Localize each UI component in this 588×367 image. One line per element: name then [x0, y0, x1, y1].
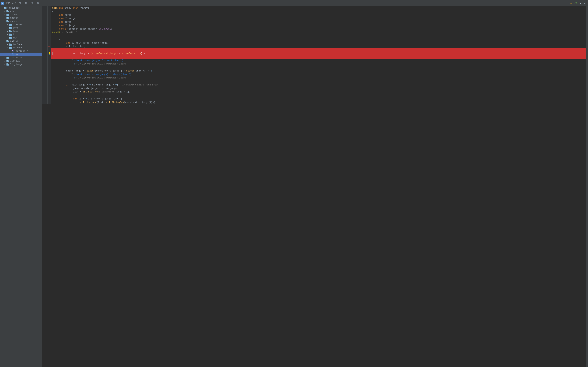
sidebar-item-lib[interactable]: ▸ lib — [0, 33, 42, 36]
line-text[interactable]: const jboolean const_javaw = JNI_FALSE; — [51, 27, 119, 31]
line-text[interactable]: { — [51, 38, 68, 41]
success-badge[interactable]: ✔ 6 — [575, 2, 578, 4]
project-selector[interactable]: P Proj... ▼ — [1, 2, 16, 5]
code-token: ; — [75, 62, 78, 66]
code-token: ) — [146, 69, 147, 73]
collapse-arrow: ▾ — [1, 7, 3, 9]
nav-down-button[interactable]: ▼ — [583, 1, 587, 5]
line-text[interactable]: list = JLI_List_new( capacity: jargc + 1… — [51, 90, 138, 94]
code-token: / — [122, 69, 126, 73]
line-text[interactable]: int i, main_jargc, extra_jargc; — [51, 41, 115, 45]
code-line: ? sizeof(const_extra_jargs) / sizeof(cha… — [42, 73, 588, 76]
svg-text:H: H — [12, 50, 13, 51]
sidebar-item-launcher[interactable]: ▾ launcher — [0, 46, 42, 50]
sidebar-item-libfdlibm[interactable]: ▸ libfdlibm — [0, 56, 42, 59]
line-text[interactable]: { — [51, 10, 61, 13]
line-text[interactable]: #endif /* JAVAW */ — [51, 31, 84, 34]
line-text[interactable]: ? sizeof(const_jargs) / sizeof(char *) — [51, 59, 130, 62]
collapse-arrow: ▾ — [3, 20, 6, 22]
line-text[interactable]: ? sizeof(const_extra_jargs) / sizeof(cha… — [51, 73, 138, 76]
scroll-mark-4 — [587, 20, 588, 20]
line-text[interactable]: JLI_List list; — [51, 45, 92, 48]
line-number — [42, 17, 48, 20]
code-line: extra_jargc = (sizeof(const_extra_jargs)… — [42, 69, 588, 73]
sidebar-item-label: man — [13, 36, 17, 39]
line-number — [42, 87, 48, 90]
line-text[interactable]: main(int argc, char **argv) — [51, 6, 96, 10]
line-text[interactable]: : 0; // ignore the null terminator index — [51, 76, 133, 80]
line-text[interactable] — [51, 94, 61, 97]
line-margin — [48, 38, 51, 41]
sidebar-item-label: main.c — [16, 53, 24, 56]
sidebar-item-main-c[interactable]: C main.c — [0, 53, 42, 56]
code-token: JLI_List_add — [80, 101, 97, 104]
line-text[interactable] — [51, 66, 61, 69]
code-token: capacity: — [102, 90, 114, 94]
folder-icon — [9, 37, 12, 39]
folder-icon — [9, 27, 12, 29]
svg-rect-11 — [9, 24, 10, 24]
line-text[interactable]: JLI_List_add(list, JLI_StringDup(const_e… — [51, 101, 164, 104]
line-text[interactable]: for (i = 0 ; i < extra_jargc; i++) { — [51, 97, 129, 101]
line-margin — [48, 13, 51, 17]
code-token: (i = — [77, 97, 85, 101]
sidebar-item-defines-h[interactable]: H defines.h — [0, 50, 42, 53]
code-token: 1 — [126, 90, 128, 94]
code-line — [42, 34, 588, 38]
line-text[interactable]: if (main_jargc > 0 && extra_jargc > 0) {… — [51, 83, 165, 87]
line-text[interactable]: int jargc; — [51, 20, 80, 24]
sidebar-item-include[interactable]: ▸ include — [0, 43, 42, 46]
sidebar-item-share[interactable]: ▾ share — [0, 20, 42, 23]
project-icon: P — [1, 2, 4, 5]
line-text[interactable]: : 0; // ignore the null terminator index — [51, 62, 133, 66]
line-text[interactable]: char** margv; — [51, 17, 84, 20]
line-text[interactable]: extra_jargc = (sizeof(const_extra_jargs)… — [51, 69, 159, 73]
code-line: for (i = 0 ; i < extra_jargc; i++) { — [42, 97, 588, 101]
chevron-down-icon: ▼ — [15, 2, 16, 4]
line-text[interactable]: int margc; — [51, 13, 80, 17]
line-number — [42, 6, 48, 10]
sidebar-item-linux[interactable]: ▸ linux — [0, 13, 42, 16]
warning-badge[interactable]: ⚠ 7 — [570, 2, 573, 4]
sidebar-item-conf[interactable]: ▸ conf — [0, 26, 42, 30]
folder-icon — [9, 23, 12, 26]
minimize-button[interactable]: − — [42, 1, 46, 5]
sidebar-item-label: launcher — [13, 47, 24, 49]
collapse-all-button[interactable]: ≡ — [24, 1, 28, 5]
line-text[interactable]: char** jargv; — [51, 24, 84, 27]
sidebar-item-legal[interactable]: ▸ legal — [0, 30, 42, 33]
code-editor[interactable]: main(int argc, char **argv) { int margc; — [42, 6, 588, 367]
code-token: int — [59, 13, 63, 17]
toolbar: P Proj... ▼ ⊕ ≡ ⊟ ⚙ − ⚠ 7 ✔ 6 ▲ ▼ — [0, 0, 588, 6]
line-number — [42, 101, 48, 104]
expand-all-button[interactable]: ⊟ — [30, 1, 34, 5]
line-number — [42, 48, 48, 59]
code-token: char — [59, 17, 65, 20]
sidebar-item-macosx[interactable]: ▸ macosx — [0, 16, 42, 20]
no-arrow — [9, 50, 12, 52]
expand-arrow: ▸ — [6, 37, 9, 39]
sidebar-item-java-base[interactable]: ▾ java.base — [0, 6, 42, 10]
nav-up-button[interactable]: ▲ — [579, 1, 582, 5]
sidebar-item-classes[interactable]: ▸ classes — [0, 23, 42, 26]
scroll-mark-3 — [587, 16, 588, 16]
line-text[interactable]: main_jargc = (sizeof(const_jargs) / size… — [51, 48, 155, 59]
line-number — [42, 24, 48, 27]
line-text[interactable]: jargc = main_jargc + extra_jargc; — [51, 87, 125, 90]
line-margin — [48, 17, 51, 20]
sidebar-item-native[interactable]: ▾ native — [0, 40, 42, 43]
svg-rect-13 — [9, 27, 10, 28]
settings-button[interactable]: ⚙ — [35, 1, 40, 5]
code-line: #endif /* JAVAW */ — [42, 31, 588, 34]
code-token: #endif — [52, 31, 60, 34]
line-text[interactable] — [51, 34, 61, 38]
line-text[interactable] — [51, 80, 61, 83]
sidebar-item-man[interactable]: ▸ man — [0, 36, 42, 40]
svg-rect-7 — [7, 17, 8, 18]
sidebar-item-aix[interactable]: ▸ aix — [0, 10, 42, 13]
folder-icon — [3, 7, 7, 9]
code-line: const jboolean const_javaw = JNI_FALSE; — [42, 27, 588, 31]
sidebar-item-libjava[interactable]: ▸ libjava — [0, 59, 42, 63]
sidebar-item-libjimage[interactable]: ▸ libjimage — [0, 63, 42, 66]
add-button[interactable]: ⊕ — [18, 1, 22, 5]
